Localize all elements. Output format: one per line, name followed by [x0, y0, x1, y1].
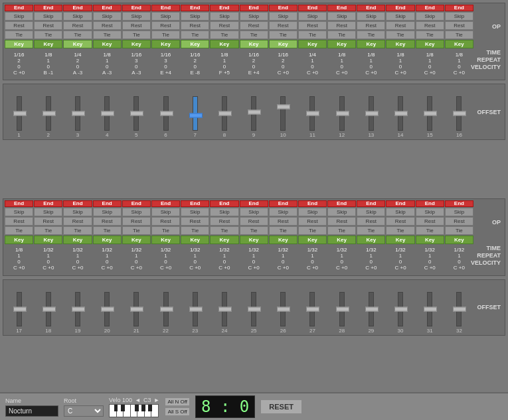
slider-handle-24[interactable] [218, 307, 232, 311]
skip-btn-9[interactable]: Skip [269, 208, 297, 216]
rest-btn-15[interactable]: Rest [445, 217, 473, 226]
slider-track-29[interactable] [369, 292, 374, 326]
end-btn-3[interactable]: End [93, 5, 122, 11]
slider-track-18[interactable] [46, 292, 51, 326]
end-btn-9[interactable]: End [269, 5, 297, 11]
slider-track-14[interactable] [398, 96, 403, 131]
slider-track-11[interactable] [309, 96, 315, 131]
slider-handle-31[interactable] [424, 307, 437, 311]
end-btn-13[interactable]: End [386, 200, 414, 207]
skip-btn-2[interactable]: Skip [63, 12, 92, 21]
tie-btn-15[interactable]: Tie [445, 31, 473, 39]
skip-btn-6[interactable]: Skip [181, 208, 209, 216]
name-input[interactable] [5, 405, 58, 417]
rest-btn-5[interactable]: Rest [151, 217, 180, 226]
tie-btn-6[interactable]: Tie [181, 31, 209, 39]
slider-handle-21[interactable] [130, 307, 143, 311]
tie-btn-5[interactable]: Tie [151, 31, 180, 39]
slider-handle-28[interactable] [336, 307, 349, 311]
rest-btn-13[interactable]: Rest [386, 21, 414, 30]
skip-btn-4[interactable]: Skip [122, 12, 151, 21]
skip-btn-12[interactable]: Skip [357, 12, 385, 21]
key-btn-7[interactable]: Key [210, 236, 238, 244]
rest-btn-2[interactable]: Rest [63, 21, 92, 30]
slider-track-27[interactable] [309, 292, 315, 326]
key-btn-2[interactable]: Key [63, 236, 92, 244]
slider-handle-16[interactable] [453, 111, 466, 116]
key-btn-15[interactable]: Key [445, 40, 473, 48]
slider-handle-9[interactable] [248, 109, 261, 114]
skip-btn-3[interactable]: Skip [93, 208, 122, 216]
slider-handle-32[interactable] [453, 307, 466, 311]
rest-btn-9[interactable]: Rest [269, 217, 297, 226]
key-btn-8[interactable]: Key [240, 40, 268, 48]
end-btn-9[interactable]: End [269, 200, 297, 207]
end-btn-10[interactable]: End [298, 5, 327, 11]
slider-track-13[interactable] [369, 96, 374, 131]
key-btn-13[interactable]: Key [386, 40, 414, 48]
tie-btn-0[interactable]: Tie [5, 31, 33, 39]
slider-handle-10[interactable] [277, 105, 290, 109]
all-s-off-button[interactable]: All S Off [165, 407, 190, 416]
skip-btn-0[interactable]: Skip [5, 12, 33, 21]
key-btn-9[interactable]: Key [269, 40, 297, 48]
slider-handle-5[interactable] [130, 111, 143, 116]
rest-btn-2[interactable]: Rest [63, 217, 92, 226]
slider-track-4[interactable] [104, 96, 110, 131]
slider-track-19[interactable] [75, 292, 80, 326]
end-btn-4[interactable]: End [122, 200, 151, 207]
end-btn-6[interactable]: End [181, 200, 209, 207]
slider-track-17[interactable] [17, 292, 22, 326]
rest-btn-11[interactable]: Rest [327, 21, 356, 30]
tie-btn-9[interactable]: Tie [269, 31, 297, 39]
slider-track-28[interactable] [339, 292, 345, 326]
tie-btn-2[interactable]: Tie [63, 226, 92, 235]
slider-handle-25[interactable] [248, 307, 261, 311]
skip-btn-8[interactable]: Skip [240, 208, 268, 216]
slider-handle-30[interactable] [394, 307, 408, 311]
rest-btn-6[interactable]: Rest [181, 21, 209, 30]
slider-handle-3[interactable] [72, 111, 85, 116]
rest-btn-4[interactable]: Rest [122, 217, 151, 226]
rest-btn-9[interactable]: Rest [269, 21, 297, 30]
slider-track-8[interactable] [222, 96, 227, 131]
tie-btn-1[interactable]: Tie [34, 226, 62, 235]
piano-white-b[interactable] [151, 405, 158, 417]
key-btn-6[interactable]: Key [181, 236, 209, 244]
skip-btn-13[interactable]: Skip [386, 208, 414, 216]
piano-white-d[interactable] [117, 405, 124, 417]
skip-btn-14[interactable]: Skip [416, 208, 444, 216]
slider-track-12[interactable] [339, 96, 345, 131]
rest-btn-14[interactable]: Rest [416, 217, 444, 226]
root-select[interactable]: CC#DD# EFF#G G#AA#B [64, 405, 104, 417]
key-btn-9[interactable]: Key [269, 236, 297, 244]
slider-handle-20[interactable] [101, 307, 114, 311]
tie-btn-2[interactable]: Tie [63, 31, 92, 39]
rest-btn-5[interactable]: Rest [151, 21, 180, 30]
end-btn-11[interactable]: End [327, 5, 356, 11]
tie-btn-8[interactable]: Tie [240, 31, 268, 39]
key-btn-1[interactable]: Key [34, 236, 62, 244]
rest-btn-1[interactable]: Rest [34, 217, 62, 226]
skip-btn-3[interactable]: Skip [93, 12, 122, 21]
key-btn-10[interactable]: Key [298, 40, 327, 48]
key-btn-11[interactable]: Key [327, 40, 356, 48]
rest-btn-7[interactable]: Rest [210, 21, 238, 30]
tie-btn-14[interactable]: Tie [416, 31, 444, 39]
rest-btn-8[interactable]: Rest [240, 217, 268, 226]
slider-handle-4[interactable] [101, 111, 114, 116]
rest-btn-15[interactable]: Rest [445, 21, 473, 30]
key-btn-8[interactable]: Key [240, 236, 268, 244]
skip-btn-0[interactable]: Skip [5, 208, 33, 216]
slider-track-30[interactable] [398, 292, 403, 326]
rest-btn-10[interactable]: Rest [298, 217, 327, 226]
tie-btn-5[interactable]: Tie [151, 226, 180, 235]
end-btn-5[interactable]: End [151, 200, 180, 207]
skip-btn-1[interactable]: Skip [34, 208, 62, 216]
slider-track-26[interactable] [280, 292, 286, 326]
slider-handle-13[interactable] [365, 111, 379, 116]
end-btn-7[interactable]: End [210, 200, 238, 207]
skip-btn-6[interactable]: Skip [181, 12, 209, 21]
arrow-right[interactable]: ► [153, 397, 159, 403]
end-btn-7[interactable]: End [210, 5, 238, 11]
